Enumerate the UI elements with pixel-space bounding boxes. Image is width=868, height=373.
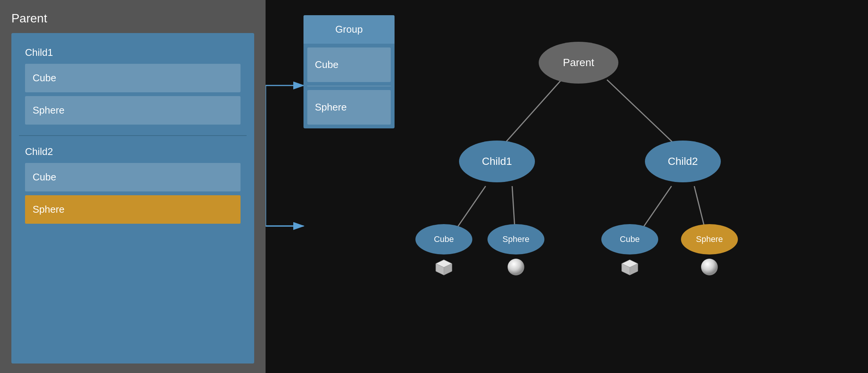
child1-block: Child1 Cube Sphere	[19, 41, 247, 131]
child2-ellipse: Child2	[645, 141, 721, 182]
tree-leaf-sphere2: Sphere	[681, 224, 738, 279]
child1-ellipse: Child1	[459, 141, 535, 182]
cube-icon-1	[434, 257, 454, 279]
sphere-3d-icon-2	[699, 257, 720, 277]
leaf-cube1-ellipse: Cube	[415, 224, 472, 254]
group-panel-body: Cube Sphere	[303, 44, 395, 128]
tree-container: Parent Child1 Child2 Cube	[395, 0, 868, 373]
leaf-cube2-ellipse: Cube	[601, 224, 658, 254]
child2-label: Child2	[25, 146, 241, 158]
leaf-sphere1-ellipse: Sphere	[487, 224, 544, 254]
cube-3d-icon-2	[620, 257, 640, 277]
child1-cube-item: Cube	[25, 64, 241, 92]
tree-leaf-sphere1: Sphere	[487, 224, 544, 279]
group-panel-header: Group	[303, 15, 395, 44]
child1-sphere-item: Sphere	[25, 96, 241, 125]
svg-point-20	[701, 259, 718, 275]
child2-cube-item: Cube	[25, 163, 241, 191]
tree-parent-node: Parent	[539, 42, 618, 84]
tree-child2-node: Child2	[645, 141, 721, 182]
sphere-3d-icon	[506, 257, 526, 277]
child2-block: Child2 Cube Sphere	[19, 140, 247, 230]
sphere-icon-1	[506, 257, 526, 279]
group-sphere-item: Sphere	[307, 90, 391, 125]
child1-label: Child1	[25, 47, 241, 58]
parent-ellipse: Parent	[539, 42, 618, 84]
right-tree-panel: Parent Child1 Child2 Cube	[395, 0, 868, 373]
tree-child1-node: Child1	[459, 141, 535, 182]
child-divider	[19, 135, 247, 136]
child2-sphere-item: Sphere	[25, 195, 241, 224]
sphere-icon-2	[699, 257, 720, 279]
center-area: Group Cube Sphere	[266, 0, 395, 373]
tree-leaf-cube2: Cube	[601, 224, 658, 279]
group-cube-item: Cube	[307, 47, 391, 82]
cube-icon-2	[620, 257, 640, 279]
group-panel: Group Cube Sphere	[303, 15, 395, 128]
cube-3d-icon	[434, 257, 454, 277]
child1-items: Cube Sphere	[25, 64, 241, 125]
parent-box: Child1 Cube Sphere Child2 Cube Sphere	[11, 33, 254, 364]
parent-title: Parent	[11, 11, 254, 25]
svg-point-15	[508, 259, 524, 275]
leaf-sphere2-ellipse: Sphere	[681, 224, 738, 254]
tree-leaf-cube1: Cube	[415, 224, 472, 279]
left-panel: Parent Child1 Cube Sphere Child2 Cube	[0, 0, 266, 373]
child2-items: Cube Sphere	[25, 163, 241, 224]
group-item-divider	[307, 86, 391, 86]
